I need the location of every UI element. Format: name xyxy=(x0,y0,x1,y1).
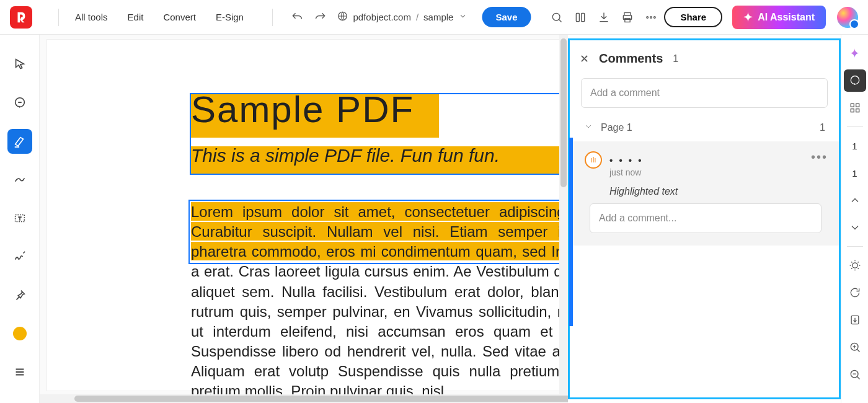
fit-page-icon[interactable] xyxy=(844,309,866,331)
reply-input[interactable]: Add a comment... xyxy=(590,203,822,233)
comments-panel: ✕ Comments 1 Add a comment Page 1 1 ılı … xyxy=(568,38,841,399)
page-label: Page 1 xyxy=(601,122,632,133)
vertical-scrollbar[interactable] xyxy=(559,35,568,394)
ai-assistant-button[interactable]: ✦ AI Assistant xyxy=(732,6,826,29)
breadcrumb-separator: / xyxy=(416,12,418,22)
menu-esign[interactable]: E-Sign xyxy=(213,8,246,26)
comment-menu-icon[interactable]: ••• xyxy=(811,150,828,164)
add-comment-input[interactable]: Add a comment xyxy=(581,78,828,108)
svg-point-17 xyxy=(852,263,857,268)
app-logo-icon xyxy=(10,6,32,29)
document-page: Sample PDF This is a simple PDF file. Fu… xyxy=(47,40,568,391)
page-current-label[interactable]: 1 xyxy=(844,135,866,157)
left-toolbar xyxy=(0,35,40,403)
avatar-icon: ılı xyxy=(585,151,602,169)
more-tools-icon[interactable] xyxy=(7,360,32,384)
redo-icon[interactable] xyxy=(310,7,331,28)
breadcrumb-domain: pdfobject.com xyxy=(353,12,411,22)
profile-avatar[interactable] xyxy=(837,7,858,28)
theme-icon[interactable] xyxy=(844,254,866,277)
svg-point-8 xyxy=(650,16,652,18)
page-total-label: 1 xyxy=(844,162,866,184)
separator xyxy=(58,9,59,26)
sparkle-icon: ✦ xyxy=(743,11,753,24)
undo-icon[interactable] xyxy=(286,7,308,28)
comments-toggle-icon[interactable] xyxy=(844,69,866,92)
panels-icon[interactable] xyxy=(570,7,591,28)
comments-title: Comments xyxy=(599,51,663,66)
rotate-icon[interactable] xyxy=(844,281,866,304)
breadcrumb: pdfobject.com / sample Save xyxy=(337,7,531,27)
color-swatch-icon[interactable] xyxy=(7,321,32,346)
print-icon[interactable] xyxy=(617,7,638,28)
separator xyxy=(847,126,863,127)
menu-edit[interactable]: Edit xyxy=(125,8,146,26)
comment-bubble-icon[interactable] xyxy=(7,91,32,115)
svg-rect-3 xyxy=(582,13,585,21)
menu-convert[interactable]: Convert xyxy=(161,8,198,26)
svg-point-12 xyxy=(851,76,859,84)
svg-rect-14 xyxy=(856,104,859,107)
svg-rect-2 xyxy=(577,13,580,21)
page-group-row[interactable]: Page 1 1 xyxy=(570,118,839,138)
comments-count: 1 xyxy=(673,53,678,64)
document-viewport[interactable]: Sample PDF This is a simple PDF file. Fu… xyxy=(40,35,568,403)
svg-point-7 xyxy=(647,16,649,18)
svg-point-1 xyxy=(553,13,560,20)
active-indicator xyxy=(569,138,573,326)
zoom-out-icon[interactable] xyxy=(844,363,866,386)
separator xyxy=(847,246,863,247)
search-icon[interactable] xyxy=(546,7,567,28)
pin-tool-icon[interactable] xyxy=(7,283,32,308)
separator xyxy=(272,9,273,26)
highlighter-tool-icon[interactable] xyxy=(7,129,32,154)
svg-rect-13 xyxy=(851,104,854,107)
chevron-down-icon xyxy=(583,122,593,134)
sparkle-icon[interactable]: ✦ xyxy=(844,42,866,64)
zoom-in-icon[interactable] xyxy=(844,336,866,358)
menu-all-tools[interactable]: All tools xyxy=(73,8,110,26)
text-box-tool-icon[interactable] xyxy=(7,206,32,231)
comment-user: • • • • xyxy=(609,155,644,166)
breadcrumb-file: sample xyxy=(423,12,453,22)
svg-rect-16 xyxy=(856,109,859,112)
doc-body-text: Lorem ipsum dolor sit amet, consectetuer… xyxy=(191,202,568,402)
doc-title: Sample PDF xyxy=(191,88,414,131)
save-button[interactable]: Save xyxy=(482,7,531,27)
svg-rect-15 xyxy=(851,109,854,112)
comment-item[interactable]: ılı • • • • ••• just now Highlighted tex… xyxy=(570,141,839,246)
comment-time: just now xyxy=(609,167,826,177)
more-icon[interactable] xyxy=(640,7,662,28)
download-icon[interactable] xyxy=(593,7,614,28)
freehand-tool-icon[interactable] xyxy=(7,167,32,192)
svg-rect-6 xyxy=(625,18,630,22)
close-icon[interactable]: ✕ xyxy=(580,52,589,66)
share-button[interactable]: Share xyxy=(664,7,722,27)
thumbnails-icon[interactable] xyxy=(844,97,866,119)
page-down-icon[interactable] xyxy=(844,216,866,239)
cursor-tool-icon[interactable] xyxy=(7,52,32,77)
page-comment-count: 1 xyxy=(820,122,825,133)
globe-icon xyxy=(337,11,348,24)
horizontal-scrollbar[interactable] xyxy=(40,394,568,403)
comment-text: Highlighted text xyxy=(609,186,826,197)
page-up-icon[interactable] xyxy=(844,189,866,211)
signature-tool-icon[interactable] xyxy=(7,244,32,269)
top-toolbar: All tools Edit Convert E-Sign pdfobject.… xyxy=(0,0,868,35)
chevron-down-icon[interactable] xyxy=(458,12,467,22)
ai-assistant-label: AI Assistant xyxy=(758,12,815,23)
doc-subtitle: This is a simple PDF file. Fun fun fun. xyxy=(191,145,500,166)
comments-header: ✕ Comments 1 xyxy=(570,40,839,72)
right-toolbar: ✦ 1 1 xyxy=(841,35,868,403)
svg-point-9 xyxy=(654,16,656,18)
